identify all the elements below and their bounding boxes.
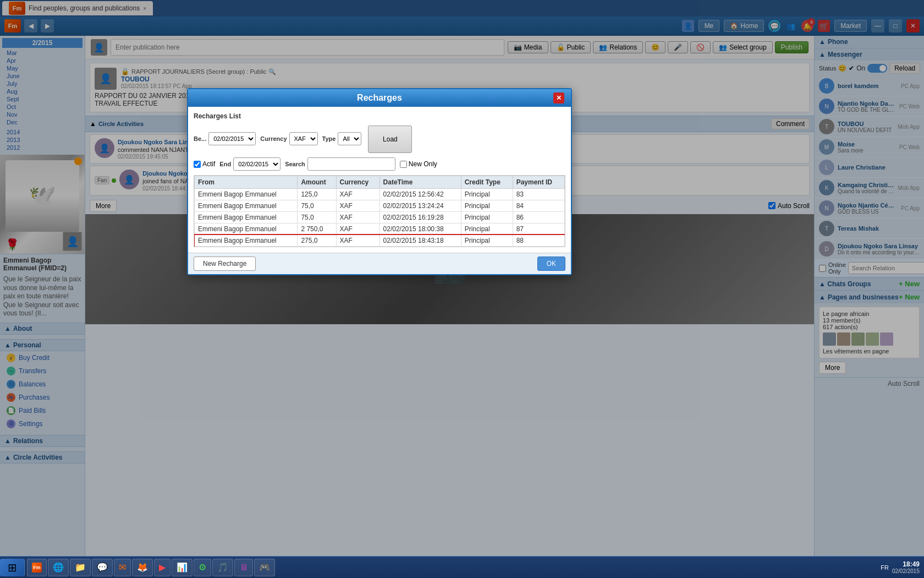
modal-title: Recharges	[206, 93, 553, 103]
cell-amount-2: 75,0	[298, 200, 336, 212]
taskbar-folder-item[interactable]: 📁	[70, 559, 91, 576]
taskbar-app10-item[interactable]: 🎮	[254, 559, 275, 576]
actif-checkbox[interactable]	[194, 161, 201, 168]
table-row[interactable]: Emmeni Bagop Emmanuel 125,0 XAF 02/02/20…	[195, 189, 565, 200]
table-head: From Amount Currency DateTime Credit Typ…	[195, 176, 565, 189]
cell-currency-5: XAF	[336, 235, 380, 247]
cell-amount-1: 125,0	[298, 189, 336, 200]
taskbar-app5-item[interactable]: ▶	[154, 559, 170, 576]
app9-icon: 🖥	[239, 563, 248, 572]
currency-select[interactable]: XAF	[289, 132, 318, 145]
col-datetime: DateTime	[380, 176, 461, 189]
cell-datetime-1: 02/02/2015 12:56:42	[380, 189, 461, 200]
taskbar-skype-item[interactable]: 💬	[92, 559, 113, 576]
modal-close-button[interactable]: ✕	[553, 92, 564, 103]
table-row[interactable]: Emmeni Bagop Emmanuel 2 750,0 XAF 02/02/…	[195, 223, 565, 235]
taskbar-fm-item[interactable]: Fm	[27, 559, 47, 576]
taskbar-app9-item[interactable]: 🖥	[234, 559, 253, 576]
cell-credit-type-3: Principal	[461, 212, 513, 223]
type-group: Type All	[322, 132, 362, 145]
cell-amount-5: 275,0	[298, 235, 336, 247]
cell-datetime-3: 02/02/2015 16:19:28	[380, 212, 461, 223]
col-from: From	[195, 176, 298, 189]
table-row[interactable]: Emmeni Bagop Emmanuel 75,0 XAF 02/02/201…	[195, 212, 565, 223]
cell-payment-id-1: 83	[513, 189, 564, 200]
recharges-table: From Amount Currency DateTime Credit Typ…	[194, 176, 565, 247]
ie-icon: 🌐	[53, 562, 64, 572]
taskbar-tray: FR 18:49 02/02/2015	[876, 560, 924, 574]
mail-icon: ✉	[119, 562, 126, 572]
cell-from-3: Emmeni Bagop Emmanuel	[195, 212, 298, 223]
taskbar-start-button[interactable]: ⊞	[0, 559, 25, 576]
modal-filters-row2: Actif End 02/02/2015 Search New Only	[194, 157, 565, 171]
modal-title-bar: Recharges ✕	[188, 89, 571, 107]
modal-confirm-button[interactable]: OK	[537, 257, 565, 271]
taskbar-app7-item[interactable]: ⚙	[194, 559, 211, 576]
col-credit-type: Credit Type	[461, 176, 513, 189]
taskbar-app6-item[interactable]: 📊	[172, 559, 193, 576]
modal-body: Recharges List Be... 02/02/2015 Currency…	[188, 107, 571, 253]
cell-amount-4: 2 750,0	[298, 223, 336, 235]
cell-from-4: Emmeni Bagop Emmanuel	[195, 223, 298, 235]
cell-payment-id-5: 88	[513, 235, 564, 247]
end-label: End	[219, 161, 231, 167]
taskbar-mail-item[interactable]: ✉	[114, 559, 131, 576]
firefox-icon: 🦊	[137, 562, 148, 572]
modal-confirm-label: OK	[547, 260, 556, 268]
cell-currency-3: XAF	[336, 212, 380, 223]
cell-currency-4: XAF	[336, 223, 380, 235]
cell-payment-id-2: 84	[513, 200, 564, 212]
search-label: Search	[285, 161, 305, 167]
cell-amount-3: 75,0	[298, 212, 336, 223]
tray-locale: FR	[881, 564, 889, 571]
taskbar-clock: 18:49 02/02/2015	[892, 560, 920, 574]
type-label: Type	[322, 135, 336, 142]
search-group: Search	[285, 157, 395, 171]
taskbar-items: Fm 🌐 📁 💬 ✉ 🦊 ▶ 📊 ⚙ 🎵 🖥	[25, 557, 876, 578]
begin-date-select[interactable]: 02/02/2015	[208, 132, 256, 145]
app10-icon: 🎮	[259, 562, 270, 572]
col-amount: Amount	[298, 176, 336, 189]
cell-currency-1: XAF	[336, 189, 380, 200]
search-input[interactable]	[307, 157, 395, 171]
cell-datetime-2: 02/02/2015 13:24:24	[380, 200, 461, 212]
cell-from-1: Emmeni Bagop Emmanuel	[195, 189, 298, 200]
load-button[interactable]: Load	[368, 126, 412, 153]
recharges-modal: Recharges ✕ Recharges List Be... 02/02/2…	[187, 88, 572, 275]
cell-credit-type-2: Principal	[461, 200, 513, 212]
cell-payment-id-3: 86	[513, 212, 564, 223]
new-only-checkbox[interactable]	[400, 161, 407, 168]
cell-credit-type-4: Principal	[461, 223, 513, 235]
cell-datetime-5: 02/02/2015 18:43:18	[380, 235, 461, 247]
table-row[interactable]: Emmeni Bagop Emmanuel 75,0 XAF 02/02/201…	[195, 200, 565, 212]
table-body: Emmeni Bagop Emmanuel 125,0 XAF 02/02/20…	[195, 189, 565, 247]
type-select[interactable]: All	[338, 132, 361, 145]
taskbar-app8-item[interactable]: 🎵	[212, 559, 233, 576]
cell-credit-type-5: Principal	[461, 235, 513, 247]
load-btn-container: Load	[366, 126, 412, 153]
app6-icon: 📊	[177, 562, 188, 572]
end-date-select[interactable]: 02/02/2015	[233, 157, 280, 171]
modal-footer: New Recharge OK	[188, 253, 571, 274]
app8-icon: 🎵	[217, 562, 228, 572]
new-only-label: New Only	[409, 160, 437, 168]
windows-icon: ⊞	[8, 561, 17, 574]
cell-from-2: Emmeni Bagop Emmanuel	[195, 200, 298, 212]
cell-datetime-4: 02/02/2015 18:00:38	[380, 223, 461, 235]
taskbar-ie-item[interactable]: 🌐	[48, 559, 69, 576]
taskbar-fm-icon: Fm	[32, 563, 42, 572]
actif-label: Actif	[202, 160, 215, 168]
taskbar-time: 18:49	[892, 560, 920, 568]
new-recharge-label: New Recharge	[203, 260, 246, 268]
taskbar-date: 02/02/2015	[892, 568, 920, 574]
recharges-table-container: From Amount Currency DateTime Credit Typ…	[194, 175, 565, 247]
taskbar: ⊞ Fm 🌐 📁 💬 ✉ 🦊 ▶ 📊 ⚙ 🎵	[0, 556, 924, 578]
modal-list-title: Recharges List	[194, 112, 565, 120]
new-recharge-button[interactable]: New Recharge	[194, 257, 256, 271]
table-header-row: From Amount Currency DateTime Credit Typ…	[195, 176, 565, 189]
col-currency: Currency	[336, 176, 380, 189]
taskbar-firefox-item[interactable]: 🦊	[132, 559, 153, 576]
table-row-selected[interactable]: Emmeni Bagop Emmanuel 275,0 XAF 02/02/20…	[195, 235, 565, 247]
folder-icon: 📁	[75, 562, 86, 572]
end-date-group: End 02/02/2015	[219, 157, 280, 171]
